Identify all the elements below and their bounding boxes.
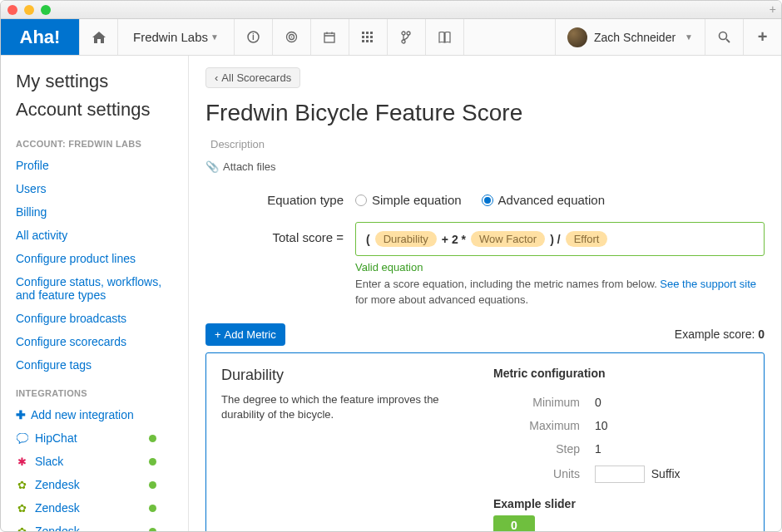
svg-rect-16 xyxy=(366,40,369,42)
integration-zendesk-3[interactable]: ✿ Zendesk xyxy=(1,520,188,532)
svg-text:i: i xyxy=(252,32,255,42)
equation-input[interactable]: ( Durability + 2 * Wow Factor ) / Effort xyxy=(355,222,765,256)
attach-files-link[interactable]: 📎 Attach files xyxy=(205,160,765,173)
radio-advanced-label: Advanced equation xyxy=(498,193,605,207)
search-icon[interactable] xyxy=(705,19,743,55)
add-metric-label: Add Metric xyxy=(225,328,276,341)
radio-icon xyxy=(355,195,367,206)
units-suffix-label: Suffix xyxy=(651,467,681,480)
calendar-icon[interactable] xyxy=(310,19,349,55)
home-icon[interactable] xyxy=(79,19,117,55)
config-min-label: Minimum xyxy=(495,392,586,413)
info-icon[interactable]: i xyxy=(234,19,272,55)
radio-advanced[interactable]: Advanced equation xyxy=(482,193,605,207)
user-menu[interactable]: Zach Schneider ▼ xyxy=(555,19,705,55)
sidebar-link-product-lines[interactable]: Configure product lines xyxy=(1,247,188,270)
sidebar-link-billing[interactable]: Billing xyxy=(1,200,188,224)
project-dropdown[interactable]: Fredwin Labs ▼ xyxy=(117,19,234,55)
integration-zendesk-2[interactable]: ✿ Zendesk xyxy=(1,496,188,520)
avatar xyxy=(567,27,587,47)
config-step-label: Step xyxy=(495,438,586,460)
equation-help-text: Enter a score equation, including the me… xyxy=(355,277,765,308)
window-close-button[interactable] xyxy=(7,5,17,15)
svg-point-18 xyxy=(402,32,405,35)
radio-simple-label: Simple equation xyxy=(372,193,462,207)
sidebar-link-users[interactable]: Users xyxy=(1,177,188,200)
metric-name[interactable]: Durability xyxy=(221,367,477,384)
slack-icon: ✱ xyxy=(16,456,28,468)
grid-icon[interactable] xyxy=(349,19,387,55)
add-metric-button[interactable]: + Add Metric xyxy=(205,323,285,346)
sidebar-link-profile[interactable]: Profile xyxy=(1,154,188,177)
caret-down-icon: ▼ xyxy=(210,32,219,42)
sidebar-link-scorecards[interactable]: Configure scorecards xyxy=(1,330,188,353)
svg-rect-5 xyxy=(324,33,334,42)
integration-label: Zendesk xyxy=(35,478,80,491)
window-minimize-button[interactable] xyxy=(24,5,34,15)
svg-point-20 xyxy=(402,40,405,43)
zendesk-icon: ✿ xyxy=(16,502,28,515)
chevron-left-icon: ‹ xyxy=(215,71,218,84)
user-name: Zach Schneider xyxy=(594,31,676,44)
top-nav: Aha! Fredwin Labs ▼ i Zach Schneider ▼ + xyxy=(1,19,781,56)
plus-icon: ✚ xyxy=(16,408,26,421)
metric-pill-wow[interactable]: Wow Factor xyxy=(471,231,545,247)
support-link[interactable]: See the support site xyxy=(660,278,756,290)
config-min-value[interactable]: 0 xyxy=(588,392,747,413)
svg-point-19 xyxy=(407,32,410,35)
description-label[interactable]: Description xyxy=(205,138,765,150)
config-max-value[interactable]: 10 xyxy=(588,415,747,436)
project-name: Fredwin Labs xyxy=(133,30,208,44)
account-settings-heading[interactable]: Account settings xyxy=(1,99,188,127)
window-maximize-button[interactable] xyxy=(41,5,51,15)
zendesk-icon: ✿ xyxy=(16,525,28,533)
caret-down-icon: ▼ xyxy=(685,32,693,42)
svg-line-22 xyxy=(726,39,730,42)
page-title: Fredwin Bicycle Feature Score xyxy=(205,100,765,126)
add-integration-label: Add new integration xyxy=(31,408,134,421)
units-input[interactable] xyxy=(595,466,645,483)
sidebar-link-tags[interactable]: Configure tags xyxy=(1,353,188,377)
config-step-value[interactable]: 1 xyxy=(588,438,747,460)
back-button[interactable]: ‹ All Scorecards xyxy=(205,67,300,88)
aha-logo[interactable]: Aha! xyxy=(1,19,79,55)
hipchat-icon xyxy=(16,432,28,445)
integration-label: Slack xyxy=(35,455,63,468)
svg-rect-15 xyxy=(362,40,364,42)
example-slider-label: Example slider xyxy=(493,497,749,510)
integration-label: Zendesk xyxy=(35,501,80,515)
sidebar-link-workflows[interactable]: Configure status, workflows, and feature… xyxy=(1,270,188,307)
sidebar-link-activity[interactable]: All activity xyxy=(1,224,188,247)
integration-slack[interactable]: ✱ Slack xyxy=(1,450,188,473)
integration-zendesk-1[interactable]: ✿ Zendesk xyxy=(1,473,188,496)
status-dot xyxy=(149,458,156,466)
back-label: All Scorecards xyxy=(221,71,291,84)
equation-type-label: Equation type xyxy=(205,191,355,207)
svg-rect-13 xyxy=(366,36,369,38)
add-integration-link[interactable]: ✚ Add new integration xyxy=(1,403,188,426)
new-tab-icon[interactable]: + xyxy=(770,2,776,16)
target-icon[interactable] xyxy=(272,19,310,55)
svg-point-4 xyxy=(291,37,293,38)
radio-simple[interactable]: Simple equation xyxy=(355,193,462,207)
status-dot xyxy=(149,481,156,489)
radio-checked-icon xyxy=(482,195,493,206)
example-score: Example score: 0 xyxy=(675,328,765,341)
eq-open-paren: ( xyxy=(366,233,370,246)
branch-icon[interactable] xyxy=(387,19,425,55)
example-slider[interactable]: 0 xyxy=(493,515,535,532)
main-panel: ‹ All Scorecards Fredwin Bicycle Feature… xyxy=(189,56,781,532)
sidebar-link-broadcasts[interactable]: Configure broadcasts xyxy=(1,307,188,330)
status-dot xyxy=(149,528,156,533)
eq-close-div: ) / xyxy=(550,233,560,246)
metric-pill-effort[interactable]: Effort xyxy=(566,231,608,247)
status-dot xyxy=(149,505,156,512)
add-icon[interactable]: + xyxy=(743,19,781,55)
metric-pill-durability[interactable]: Durability xyxy=(375,231,437,247)
metric-description[interactable]: The degree to which the feature improves… xyxy=(221,392,477,422)
book-icon[interactable] xyxy=(425,19,463,55)
my-settings-heading[interactable]: My settings xyxy=(1,71,188,99)
integration-hipchat[interactable]: HipChat xyxy=(1,426,188,450)
status-dot xyxy=(149,435,156,442)
svg-rect-17 xyxy=(370,40,373,42)
